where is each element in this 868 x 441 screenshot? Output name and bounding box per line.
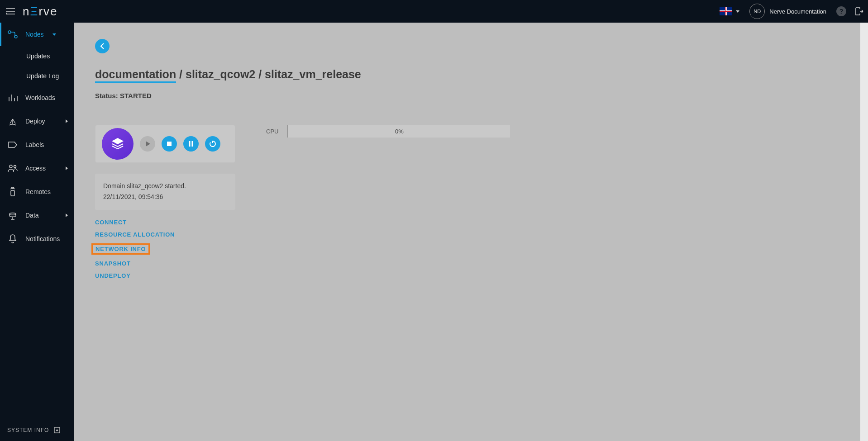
language-selector[interactable]	[713, 7, 746, 15]
breadcrumb-workload[interactable]: slitaz_qcow2	[186, 68, 255, 81]
play-button[interactable]	[140, 136, 155, 152]
sidebar-label-workloads: Workloads	[25, 94, 55, 101]
action-connect[interactable]: CONNECT	[95, 219, 127, 226]
hamburger-icon	[6, 8, 15, 14]
sidebar-item-remotes[interactable]: Remotes	[0, 180, 74, 204]
layers-icon	[110, 136, 125, 152]
chevron-right-icon	[66, 119, 68, 123]
logo-rve: rve	[38, 5, 57, 18]
logout-button[interactable]	[850, 0, 868, 23]
sidebar-label-remotes: Remotes	[25, 188, 51, 195]
chevron-left-icon	[100, 43, 105, 49]
sidebar-item-access[interactable]: Access	[0, 156, 74, 180]
breadcrumb-root[interactable]: documentation	[95, 68, 176, 83]
sidebar-label-notifications: Notifications	[25, 235, 60, 242]
pause-icon	[188, 141, 194, 147]
workload-type-badge	[102, 128, 134, 160]
status-log-card: Domain slitaz_qcow2 started. 22/11/2021,…	[95, 174, 235, 210]
stop-button[interactable]	[162, 136, 177, 152]
brand-logo[interactable]: nΞrve	[23, 5, 58, 19]
main-content: documentation / slitaz_qcow2 / slitaz_vm…	[74, 23, 868, 441]
svg-rect-4	[11, 190, 14, 196]
action-snapshot[interactable]: SNAPSHOT	[95, 260, 131, 267]
sidebar-label-deploy: Deploy	[25, 118, 45, 125]
sidebar-label-access: Access	[25, 165, 46, 172]
svg-point-2	[10, 165, 12, 168]
svg-rect-8	[192, 141, 194, 147]
restart-icon	[209, 140, 216, 147]
user-name-label: Nerve Documentation	[769, 8, 826, 15]
breadcrumb-sep: /	[176, 68, 186, 81]
labels-icon	[7, 139, 18, 150]
cpu-label: CPU	[266, 128, 278, 135]
sidebar-item-workloads[interactable]: Workloads	[0, 86, 74, 109]
chevron-right-icon	[66, 213, 68, 217]
data-icon	[7, 210, 18, 221]
svg-rect-6	[167, 142, 172, 146]
svg-rect-7	[189, 141, 191, 147]
scrollbar[interactable]	[860, 23, 868, 441]
nodes-icon	[7, 29, 18, 40]
logo-e: Ξ	[30, 5, 38, 18]
status-line: Status: STARTED	[95, 92, 847, 100]
sidebar-subitem-updates[interactable]: Updates	[0, 46, 74, 66]
svg-point-1	[14, 35, 17, 38]
menu-toggle-button[interactable]	[0, 0, 21, 23]
help-button[interactable]: ?	[836, 6, 846, 16]
status-value: STARTED	[120, 92, 152, 100]
svg-point-3	[14, 166, 16, 168]
chevron-down-icon	[52, 33, 56, 36]
action-resource-allocation[interactable]: RESOURCE ALLOCATION	[95, 231, 175, 238]
back-button[interactable]	[95, 39, 110, 53]
user-avatar[interactable]: ND	[749, 4, 765, 19]
sidebar-item-labels[interactable]: Labels	[0, 133, 74, 156]
svg-point-0	[8, 31, 11, 33]
workload-actions: CONNECT RESOURCE ALLOCATION NETWORK INFO…	[95, 219, 235, 279]
bell-icon	[7, 233, 18, 244]
play-icon	[145, 141, 150, 147]
breadcrumb: documentation / slitaz_qcow2 / slitaz_vm…	[95, 68, 847, 81]
cpu-gauge: CPU 0%	[266, 125, 510, 138]
deploy-icon	[7, 116, 18, 127]
system-info-label: SYSTEM INFO	[7, 427, 49, 433]
logo-n: n	[23, 5, 30, 18]
sidebar-label-nodes: Nodes	[25, 31, 43, 38]
sidebar-label-data: Data	[25, 212, 39, 219]
status-label: Status:	[95, 92, 120, 100]
action-network-info[interactable]: NETWORK INFO	[91, 243, 150, 255]
log-timestamp: 22/11/2021, 09:54:36	[103, 192, 227, 203]
restart-button[interactable]	[205, 136, 220, 152]
pause-button[interactable]	[183, 136, 199, 152]
workloads-icon	[7, 92, 18, 103]
chevron-down-icon	[736, 10, 739, 13]
flag-uk-icon	[720, 7, 732, 15]
top-bar: nΞrve ND Nerve Documentation ?	[0, 0, 868, 23]
sidebar-item-deploy[interactable]: Deploy	[0, 109, 74, 133]
download-icon	[53, 427, 61, 434]
sidebar-item-nodes[interactable]: Nodes	[0, 23, 74, 46]
sidebar-item-data[interactable]: Data	[0, 204, 74, 227]
cpu-bar: 0%	[287, 125, 510, 138]
sidebar-label-labels: Labels	[25, 141, 44, 148]
breadcrumb-version: slitaz_vm_release	[265, 68, 361, 81]
workload-control-card	[95, 125, 235, 163]
access-icon	[7, 163, 18, 174]
chevron-right-icon	[66, 166, 68, 170]
action-undeploy[interactable]: UNDEPLOY	[95, 272, 131, 279]
logout-icon	[854, 7, 863, 16]
sidebar: Nodes Updates Update Log Workloads Deplo…	[0, 23, 74, 441]
sidebar-item-notifications[interactable]: Notifications	[0, 227, 74, 251]
log-message: Domain slitaz_qcow2 started.	[103, 181, 227, 192]
remotes-icon	[7, 186, 18, 197]
cpu-value: 0%	[395, 128, 404, 135]
sidebar-system-info[interactable]: SYSTEM INFO	[0, 419, 74, 441]
sidebar-subitem-update-log[interactable]: Update Log	[0, 66, 74, 86]
stop-icon	[167, 141, 172, 147]
breadcrumb-sep: /	[255, 68, 265, 81]
